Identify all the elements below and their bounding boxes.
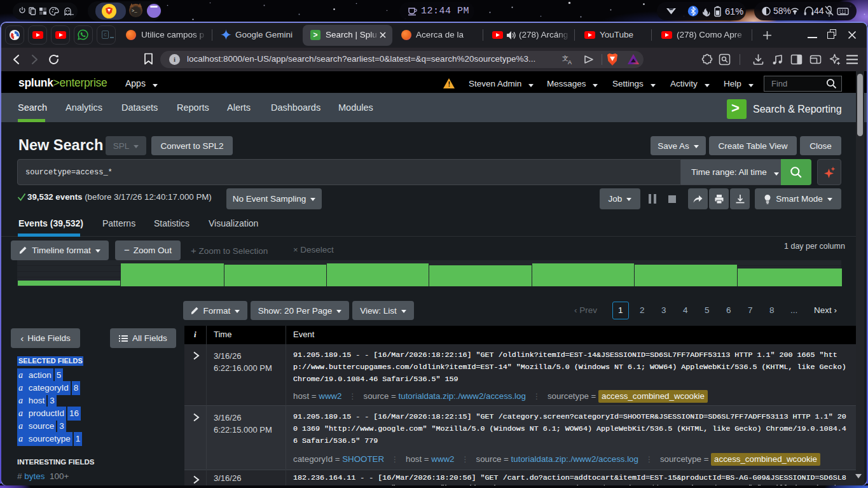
- svg-text:61%: 61%: [725, 6, 743, 17]
- svg-text:A: A: [568, 59, 572, 65]
- svg-text:58%: 58%: [773, 6, 791, 16]
- svg-text:44: 44: [814, 6, 824, 16]
